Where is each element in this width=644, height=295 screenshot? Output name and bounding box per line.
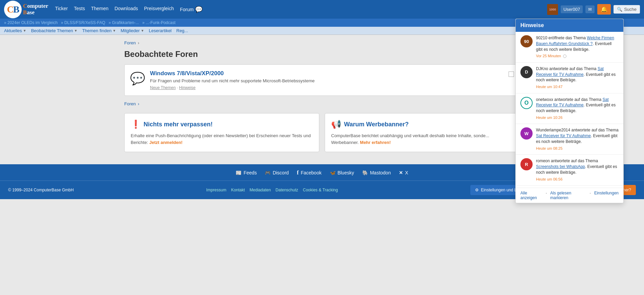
footer-mastodon-link[interactable]: 🐘 Mastodon xyxy=(362,170,391,176)
sec-nav-reg[interactable]: Reg... xyxy=(176,28,188,33)
promo-text-ads: ComputerBase berichtet unabhängig und ve… xyxy=(331,132,513,146)
sec-nav-beobachtete[interactable]: Beobachtete Themen ▼ xyxy=(31,28,78,33)
mail-button[interactable]: ✉ xyxy=(585,5,595,13)
forum-item-description: Für Fragen und Probleme rund um nicht me… xyxy=(150,78,504,83)
footer-discord-link[interactable]: 🎮 Discord xyxy=(265,170,288,176)
notif-text-4: Wunderlampe2014 antwortete auf das Thema… xyxy=(536,128,619,144)
forum-item-title[interactable]: Windows 7/8/Vista/XP/2000 xyxy=(150,70,224,77)
notif-avatar-4: W xyxy=(520,127,533,140)
notif-text-1: 90210 eröffnete das Thema Welche Firmen … xyxy=(536,36,614,52)
notif-link-4[interactable]: Sat Receiver für TV Aufnahme xyxy=(536,133,591,138)
sec-nav-leserartikel[interactable]: Leserartikel xyxy=(149,28,172,33)
footer-legal-links: Impressum Kontakt Mediadaten Datenschutz… xyxy=(206,188,338,192)
breadcrumb-grafik[interactable]: Grafikkarten-... xyxy=(109,20,139,25)
notification-item-4: W Wunderlampe2014 antwortete auf das The… xyxy=(516,124,623,155)
notif-content-1: 90210 eröffnete das Thema Welche Firmen … xyxy=(536,35,619,59)
rss-icon: 📰 xyxy=(236,170,241,175)
megaphone-icon: 📢 xyxy=(331,120,341,129)
main-content: Foren › Beobachtete Foren 💬 Windows 7/8/… xyxy=(119,35,525,164)
promo-ads-link[interactable]: Mehr erfahren! xyxy=(360,140,391,145)
page-title: Beobachtete Foren xyxy=(124,49,520,59)
breadcrumb-arrow: › xyxy=(138,40,139,45)
footer-cookies-link[interactable]: Cookies & Tracking xyxy=(303,188,338,192)
notif-content-5: romeon antwortete auf das Thema Screensh… xyxy=(536,158,619,182)
notification-item-5: R romeon antwortete auf das Thema Screen… xyxy=(516,155,623,186)
avatar: 1000 xyxy=(547,4,558,15)
chevron-down-icon: ▼ xyxy=(74,29,78,33)
notifications-panel: Hinweise 90 90210 eröffnete das Thema We… xyxy=(515,19,624,199)
notif-link-2[interactable]: Sat Receiver für TV Aufnahme xyxy=(536,66,604,77)
footer-copy: © 1999–2024 ComputerBase GmbH xyxy=(8,188,74,192)
breadcrumb-dlss[interactable]: DLSS/FSR/XeSS-FAQ xyxy=(61,20,105,25)
notif-all-link[interactable]: Alle anzeigen xyxy=(520,191,542,199)
promo-text-newsletter: Erhalte eine Push-Benachrichtigung (oder… xyxy=(131,132,313,146)
notif-avatar-1: 90 xyxy=(520,35,533,47)
footer-kontakt-link[interactable]: Kontakt xyxy=(231,188,245,192)
footer-x-link[interactable]: ✕ X xyxy=(399,170,408,176)
breadcrumb-foren-link[interactable]: Foren xyxy=(124,40,136,45)
nav-preisvergleich[interactable]: Preisvergleich xyxy=(144,6,174,13)
notification-item-3: O onetwoxx antwortete auf das Thema Sat … xyxy=(516,93,623,124)
notif-link-1[interactable]: Welche Firmen Bauen Auffahrten Grundstüc… xyxy=(536,36,614,46)
footer-bluesky-link[interactable]: 🦋 Bluesky xyxy=(330,170,354,176)
promo-box-ads: 📢 Warum Werbebanner? ComputerBase berich… xyxy=(325,113,520,152)
forum-neue-themen-link[interactable]: Neue Themen xyxy=(150,85,176,90)
notifications-header: Hinweise xyxy=(516,19,623,32)
breadcrumb-funk[interactable]: ...-Funk-Podcast xyxy=(142,20,175,25)
notif-avatar-3: O xyxy=(520,97,533,109)
sec-nav-themen-finden[interactable]: Themen finden ▼ xyxy=(82,28,116,33)
notif-avatar-2: D xyxy=(520,66,533,78)
footer-datenschutz-link[interactable]: Datenschutz xyxy=(276,188,298,192)
chevron-down-icon: ▼ xyxy=(112,29,116,33)
notification-item-1: 90 90210 eröffnete das Thema Welche Firm… xyxy=(516,32,623,63)
notif-settings-link[interactable]: Einstellungen xyxy=(594,191,619,199)
sec-nav-mitglieder[interactable]: Mitglieder ▼ xyxy=(121,28,144,33)
nav-forum[interactable]: Forum 💬 xyxy=(180,6,202,13)
notif-time-2: Heute um 10:47 xyxy=(536,84,619,89)
nav-downloads[interactable]: Downloads xyxy=(114,6,138,13)
forum-item-links: Neue Themen · Hinweise xyxy=(150,85,504,90)
forum-hinweise-link[interactable]: Hinweise xyxy=(179,85,196,90)
notifications-button[interactable]: 🔔 xyxy=(597,4,611,15)
lower-breadcrumb-arrow: › xyxy=(138,101,139,106)
page-breadcrumb: Foren › xyxy=(124,40,520,45)
lower-breadcrumb-link[interactable]: Foren xyxy=(124,101,136,106)
notif-content-2: DJKno antwortete auf das Thema Sat Recei… xyxy=(536,66,619,90)
nav-ticker[interactable]: Ticker xyxy=(55,6,68,13)
promo-newsletter-link[interactable]: Jetzt anmelden! xyxy=(149,140,183,145)
notif-link-3[interactable]: Sat Receiver für TV Aufnahme xyxy=(536,97,609,108)
promo-box-newsletter: ❗ Nichts mehr verpassen! Erhalte eine Pu… xyxy=(124,113,319,152)
forum-item: 💬 Windows 7/8/Vista/XP/2000 Für Fragen u… xyxy=(124,64,520,96)
notif-text-5: romeon antwortete auf das Thema Screensh… xyxy=(536,159,617,175)
notif-time-3: Heute um 10:26 xyxy=(536,115,619,120)
sec-nav-aktuelles[interactable]: Aktuelles ▼ xyxy=(4,28,26,33)
notif-text-3: onetwoxx antwortete auf das Thema Sat Re… xyxy=(536,97,616,113)
footer-facebook-link[interactable]: f Facebook xyxy=(297,170,322,176)
footer-impressum-link[interactable]: Impressum xyxy=(206,188,226,192)
promo-title-ads: 📢 Warum Werbebanner? xyxy=(331,120,513,129)
notif-dot-1 xyxy=(563,55,566,58)
chevron-down-icon: ▼ xyxy=(23,29,26,33)
forum-bubble-icon: 💬 xyxy=(195,6,202,13)
lower-breadcrumb: Foren › xyxy=(124,101,520,106)
breadcrumb-oleds[interactable]: 2024er OLEDs im Vergleich xyxy=(4,20,58,25)
search-icon: 🔍 xyxy=(617,7,622,12)
site-header: CB Computer Base Ticker Tests Themen Dow… xyxy=(0,0,644,19)
forum-checkbox[interactable] xyxy=(509,71,514,77)
promo-row: ❗ Nichts mehr verpassen! Erhalte eine Pu… xyxy=(124,113,520,152)
notif-time-1: Vor 25 Minuten xyxy=(536,54,619,59)
notif-text-2: DJKno antwortete auf das Thema Sat Recei… xyxy=(536,66,616,83)
nav-tests[interactable]: Tests xyxy=(74,6,85,13)
notif-avatar-5: R xyxy=(520,158,533,170)
notification-item-2: D DJKno antwortete auf das Thema Sat Rec… xyxy=(516,63,623,93)
notif-mark-read-link[interactable]: Als gelesen markieren xyxy=(550,191,586,199)
search-button[interactable]: 🔍 Suche xyxy=(614,5,640,14)
username-button[interactable]: User007 xyxy=(561,5,583,13)
notifications-footer: Alle anzeigen · Als gelesen markieren · … xyxy=(516,188,623,199)
mastodon-icon: 🐘 xyxy=(362,170,368,175)
nav-themen[interactable]: Themen xyxy=(91,6,108,13)
footer-mediadaten-link[interactable]: Mediadaten xyxy=(250,188,271,192)
notif-link-5[interactable]: Screenshots bei WhatsApp xyxy=(536,164,585,169)
footer-feeds-link[interactable]: 📰 Feeds xyxy=(236,170,257,176)
site-logo[interactable]: CB Computer Base xyxy=(4,1,48,18)
